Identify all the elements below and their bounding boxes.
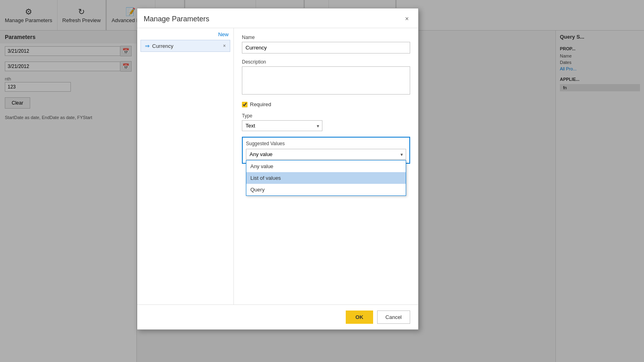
required-checkbox-label: Required — [250, 101, 271, 107]
description-textarea[interactable] — [242, 66, 410, 95]
modal-footer: OK Cancel — [137, 304, 418, 329]
type-field-group: Type Text Number Date DateTime ▼ — [242, 113, 410, 131]
suggested-values-label: Suggested Values — [246, 141, 406, 146]
required-checkbox-group: Required — [242, 101, 410, 107]
required-checkbox[interactable] — [242, 102, 248, 107]
suggested-dropdown-open: Any value List of values Query — [246, 160, 406, 196]
param-item-icon: ⇒ — [145, 43, 150, 49]
modal-body: New ⇒ Currency × Name Description Req — [137, 28, 418, 304]
description-field-group: Description — [242, 59, 410, 96]
ok-button[interactable]: OK — [346, 311, 373, 324]
cancel-button[interactable]: Cancel — [377, 311, 410, 324]
suggested-values-group: Suggested Values Any value List of value… — [242, 137, 410, 164]
parameter-list: New ⇒ Currency × — [137, 28, 234, 304]
type-select-wrap: Text Number Date DateTime ▼ — [242, 120, 322, 131]
dropdown-item-query[interactable]: Query — [246, 184, 406, 195]
dropdown-item-list-of-values[interactable]: List of values — [246, 172, 406, 184]
param-item-close-icon[interactable]: × — [223, 43, 226, 49]
name-field-input[interactable] — [242, 42, 410, 53]
description-field-label: Description — [242, 59, 410, 65]
modal-titlebar: Manage Parameters × — [137, 8, 418, 28]
currency-param-item[interactable]: ⇒ Currency × — [140, 40, 230, 52]
dropdown-item-any-value[interactable]: Any value — [246, 160, 406, 172]
modal-title: Manage Parameters — [144, 15, 209, 23]
name-field-label: Name — [242, 35, 410, 40]
param-item-label: Currency — [152, 43, 223, 49]
suggested-select[interactable]: Any value List of values Query — [246, 149, 406, 160]
close-button[interactable]: × — [402, 14, 412, 24]
parameter-form: Name Description Required Type Text Num — [234, 28, 418, 304]
new-link[interactable]: New — [137, 31, 233, 40]
type-select[interactable]: Text Number Date DateTime — [242, 120, 322, 131]
type-field-label: Type — [242, 113, 410, 119]
name-field-group: Name — [242, 35, 410, 53]
suggested-select-wrap: Any value List of values Query ▼ Any val… — [246, 149, 406, 160]
manage-parameters-modal: Manage Parameters × New ⇒ Currency × Nam… — [137, 8, 419, 330]
